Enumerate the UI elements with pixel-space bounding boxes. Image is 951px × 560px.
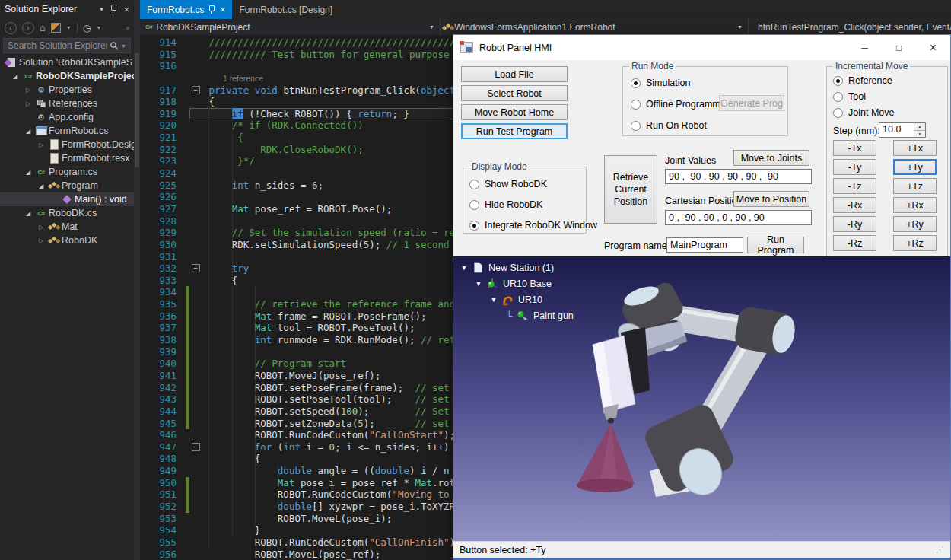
tree-item-program[interactable]: ◢◆Program [0,179,134,192]
jog-plus-rz-button[interactable]: +Rz [893,235,937,251]
tab-formrobot-cs-design[interactable]: FormRobot.cs [Design] [232,0,339,19]
search-icon[interactable] [110,41,119,50]
tree-item-program-cs[interactable]: ◢C#Program.cs [0,165,134,179]
tree-item-formrobot-resx[interactable]: FormRobot.resx [0,151,134,165]
chevron-down-icon[interactable]: ▼ [96,25,101,30]
expander-open-icon[interactable]: ◢ [22,210,34,217]
codelens-references[interactable]: 1 reference [203,74,263,83]
jog-plus-rx-button[interactable]: +Rx [893,197,937,213]
radio-offline-programming[interactable]: Offline Programming [631,99,733,110]
run-test-program-button[interactable]: Run Test Program [461,123,568,139]
step-value[interactable]: 10.0 [879,123,914,137]
select-robot-button[interactable]: Select Robot [461,85,568,101]
radio-hide-robodk[interactable]: Hide RoboDK [469,199,542,210]
minimize-button[interactable]: ─ [848,35,882,60]
robodk-tree-item-ur10-base[interactable]: ▼UR10 Base [472,275,574,291]
tree-item-robodk-cs[interactable]: ◢C#RoboDK.cs [0,206,134,220]
retrieve-current-position-button[interactable]: Retrieve Current Position [604,155,657,224]
tab-formrobot-cs[interactable]: FormRobot.cs × [140,0,232,19]
expander-open-icon[interactable]: ◢ [22,128,34,135]
tree-item-formrobot-desig[interactable]: ▷FormRobot.Desig [0,138,134,151]
maximize-button[interactable]: □ [882,35,916,60]
fold-collapse-icon[interactable]: − [189,441,202,453]
robodk-tree-item-ur10[interactable]: ▼UR10 [488,291,574,307]
load-file-button[interactable]: Load File [461,66,568,82]
scrollbar-thumb[interactable] [135,53,139,167]
move-to-position-button[interactable]: Move to Position [733,191,809,207]
radio-simulation[interactable]: Simulation [631,78,690,88]
home-icon[interactable]: ⌂ [40,23,46,33]
expander-open-icon[interactable]: ◢ [22,169,34,176]
chevron-down-icon[interactable]: ▼ [733,24,743,30]
search-input[interactable]: Search Solution Explorer ( ▼ [3,38,131,53]
jog-minus-rx-button[interactable]: -Rx [833,197,876,213]
tree-item-app-config[interactable]: ⚙App.config [0,110,134,124]
project-dropdown[interactable]: C# RoboDKSampleProject ▼ [140,19,441,35]
tree-item-mat[interactable]: ▷◆Mat [0,220,134,234]
run-program-button[interactable]: Run Program [747,237,804,253]
joint-values-field[interactable]: 90 , -90 , 90 , 90 , 90 , -90 [665,169,812,184]
window-title-bar[interactable]: Robot Panel HMI ─ □ × [453,35,950,60]
jog-minus-rz-button[interactable]: -Rz [833,235,876,251]
radio-reference[interactable]: Reference [833,75,892,86]
expander-open-icon[interactable]: ▼ [472,280,485,288]
close-icon[interactable]: × [220,5,225,14]
radio-show-robodk[interactable]: Show RoboDK [469,179,547,189]
radio-integrate-robodk[interactable]: Integrate RoboDK Window [469,220,597,231]
move-robot-home-button[interactable]: Move Robot Home [461,104,568,120]
type-dropdown[interactable]: ◆ WindowsFormsApplication1.FormRobot ▼ [441,19,749,35]
fold-collapse-icon[interactable]: − [189,262,202,275]
tree-item-robodksampleproject[interactable]: ◢C#RoboDKSampleProject [0,69,134,83]
tree-item-solution-robodksamples[interactable]: Solution 'RoboDKSampleS [0,56,134,69]
tree-item-robodk[interactable]: ▷◆RoboDK [0,234,134,247]
expander-closed-icon[interactable]: ▷ [35,224,47,231]
radio-joint-move[interactable]: Joint Move [833,107,894,118]
tree-item-formrobot-cs[interactable]: ◢FormRobot.cs [0,124,134,138]
robodk-tree-item-new-station-1[interactable]: ▼New Station (1) [458,259,574,275]
pin-icon[interactable] [209,5,215,11]
pin-icon[interactable] [111,5,116,11]
move-to-joints-button[interactable]: Move to Joints [733,150,809,166]
collapse-all-icon[interactable] [51,23,61,33]
member-dropdown[interactable]: btnRunTestProgram_Click(object sender, E… [749,19,951,35]
close-icon[interactable]: × [123,5,129,14]
step-stepper[interactable]: 10.0 ▲▼ [879,123,926,138]
radio-tool[interactable]: Tool [833,91,866,102]
tree-item-references[interactable]: ▷References [0,97,134,110]
expander-open-icon[interactable]: ◢ [9,73,21,80]
chevron-down-icon[interactable]: ▼ [98,6,104,13]
tree-item-properties[interactable]: ▷⚙Properties [0,83,134,97]
jog-plus-ry-button[interactable]: +Ry [893,216,937,232]
expander-open-icon[interactable]: ◢ [35,183,47,189]
expander-open-icon[interactable]: ▼ [458,264,470,272]
tree-item-main-void[interactable]: Main() : void [0,192,134,206]
chevron-down-icon[interactable]: ▼ [66,25,72,30]
back-icon[interactable]: ‹ [5,22,17,34]
step-up-icon[interactable]: ▲ [914,123,925,131]
expander-closed-icon[interactable]: ▷ [22,100,34,107]
resize-grip-icon[interactable]: ⋰ [936,545,944,555]
jog-plus-ty-button[interactable]: +Ty [893,159,937,175]
cartesian-position-field[interactable]: 0 , -90 , 90 , 0 , 90 , 90 [665,210,812,225]
forward-icon[interactable]: › [22,22,34,34]
jog-minus-tz-button[interactable]: -Tz [833,178,876,194]
jog-minus-ty-button[interactable]: -Ty [833,159,876,175]
expander-closed-icon[interactable]: ▷ [35,142,47,148]
radio-run-on-robot[interactable]: Run On Robot [631,120,707,131]
overflow-icon[interactable]: » [123,26,131,30]
close-button[interactable]: × [916,35,950,60]
jog-minus-tx-button[interactable]: -Tx [833,140,876,156]
jog-plus-tz-button[interactable]: +Tz [893,178,937,194]
fold-collapse-icon[interactable]: − [189,84,202,97]
robodk-tree-item-paint-gun[interactable]: └Paint gun [503,307,574,323]
chevron-down-icon[interactable]: ▼ [121,43,126,49]
step-down-icon[interactable]: ▼ [914,131,925,138]
expander-closed-icon[interactable]: ▷ [22,87,34,94]
scrollbar[interactable] [134,0,140,560]
program-name-field[interactable]: MainProgram [666,237,743,253]
expander-closed-icon[interactable]: ▷ [35,237,47,244]
pending-changes-icon[interactable]: ◷ [83,24,91,33]
expander-open-icon[interactable]: ▼ [488,296,500,304]
chevron-down-icon[interactable]: ▼ [425,24,434,30]
jog-plus-tx-button[interactable]: +Tx [893,140,937,156]
